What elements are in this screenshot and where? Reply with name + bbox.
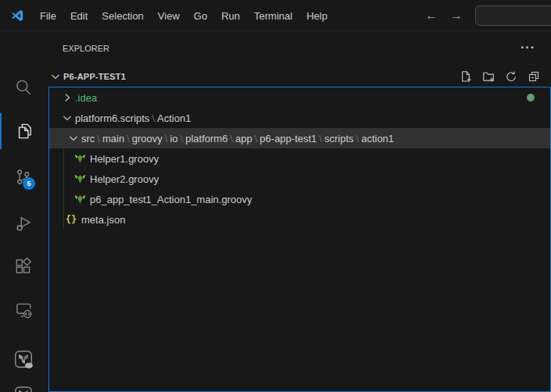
file-label: Helper1.groovy [90,153,159,165]
command-center-search[interactable] [475,5,551,26]
menu-run[interactable]: Run [214,7,247,25]
groovy-file-icon [73,194,86,205]
workspace-section-header[interactable]: P6-APP-TEST1 [47,66,551,87]
file-label: meta.json [81,214,125,226]
collapse-all-icon[interactable] [528,70,540,83]
tree-row-meta-json[interactable]: {} meta.json [49,209,550,230]
tree-row-idea[interactable]: .idea [49,87,550,108]
chevron-down-icon [61,112,73,124]
tree-row-src-path[interactable]: src\main\groovy\io\platform6\app\p6-app-… [49,128,550,148]
menubar: File Edit Selection View Go Run Terminal… [33,0,335,31]
run-debug-icon[interactable] [0,208,47,240]
menu-selection[interactable]: Selection [95,7,150,25]
tree-row-main-groovy[interactable]: p6_app_test1_Action1_main.groovy [49,189,550,209]
source-control-badge: 5 [23,177,35,190]
new-file-icon[interactable] [460,70,472,83]
platform6-scripts-icon[interactable] [0,344,47,375]
file-tree: .idea platform6.scripts\Action1 src\main… [48,87,551,392]
folder-path-label: platform6.scripts\Action1 [75,112,191,124]
tree-row-helper1[interactable]: Helper1.groovy [49,148,550,169]
menu-help[interactable]: Help [299,7,335,25]
remote-explorer-icon[interactable] [0,295,47,326]
groovy-file-icon [73,173,86,185]
groovy-file-icon [73,153,86,165]
explorer-icon[interactable] [0,116,47,147]
git-untracked-dot [527,94,535,102]
chevron-down-icon [49,70,62,83]
explorer-panel: EXPLORER ··· P6-APP-TEST1 [47,31,551,392]
vscode-window: File Edit Selection View Go Run Terminal… [0,0,551,392]
workspace-name: P6-APP-TEST1 [63,72,126,81]
explorer-pane-header: EXPLORER ··· [47,31,551,66]
menu-edit[interactable]: Edit [63,7,95,25]
file-label: p6_app_test1_Action1_main.groovy [90,194,252,205]
folder-label: .idea [75,92,97,104]
more-actions-icon[interactable]: ··· [517,39,538,56]
explorer-title: EXPLORER [63,44,109,53]
menu-go[interactable]: Go [187,7,214,25]
tree-row-platform6-scripts-action1[interactable]: platform6.scripts\Action1 [49,108,550,128]
forward-arrow-icon[interactable]: → [446,9,467,23]
section-actions [460,66,540,87]
source-control-icon[interactable]: 5 [0,162,47,194]
menu-file[interactable]: File [33,7,63,25]
back-arrow-icon[interactable]: ← [421,9,442,23]
search-icon[interactable] [0,72,47,103]
folder-path-label: src\main\groovy\io\platform6\app\p6-app-… [81,133,394,144]
history-nav: ← → [419,0,469,31]
activity-bar: 5 [0,31,47,392]
menu-terminal[interactable]: Terminal [247,7,299,25]
refresh-icon[interactable] [505,70,517,83]
extensions-icon[interactable] [0,251,47,282]
tree-row-helper2[interactable]: Helper2.groovy [49,169,550,189]
platform6-icon[interactable] [0,380,47,392]
file-label: Helper2.groovy [90,173,159,185]
menu-view[interactable]: View [151,7,187,25]
chevron-right-icon [61,91,73,104]
vscode-logo-icon [10,9,24,23]
chevron-down-icon [67,132,80,144]
json-file-icon: {} [65,214,77,225]
new-folder-icon[interactable] [482,70,495,83]
titlebar: File Edit Selection View Go Run Terminal… [0,0,551,31]
